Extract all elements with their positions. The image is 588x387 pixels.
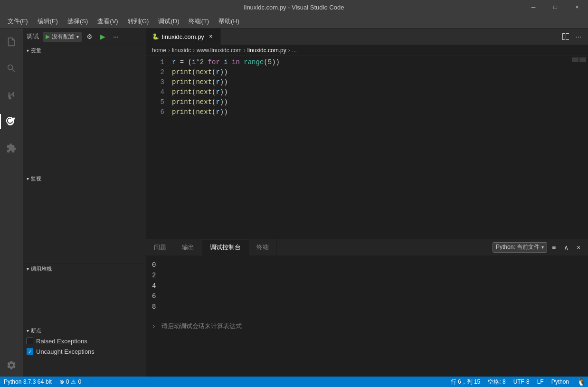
minimap-collapse[interactable] [572, 57, 579, 62]
split-editor-btn[interactable] [560, 31, 572, 42]
panel-tab-output[interactable]: 输出 [174, 239, 202, 255]
variables-header[interactable]: ▾ 变量 [23, 45, 146, 56]
callstack-header[interactable]: ▾ 调用堆栈 [23, 264, 146, 274]
debug-settings-btn[interactable]: ⚙ [84, 31, 95, 42]
language-text: Python [551, 378, 569, 385]
breakpoint-raised: Raised Exceptions [23, 336, 146, 346]
minimap-expand[interactable] [579, 57, 586, 62]
breadcrumb-sep3: › [244, 47, 246, 54]
start-debug-btn[interactable]: ▶ [97, 31, 108, 42]
breadcrumb-www[interactable]: www.linuxidc.com [197, 47, 242, 54]
spaces-text: 空格: 8 [488, 378, 505, 386]
panel-selector-label: Python: 当前文件 [496, 243, 540, 251]
activity-settings[interactable] [0, 354, 23, 377]
code-area: 1 2 3 4 5 6 r = (i*2 for i in range(5)) … [146, 56, 588, 239]
activity-source-control[interactable] [0, 84, 23, 106]
breadcrumb-ellipsis[interactable]: ... [292, 47, 297, 54]
panel-close-btn[interactable]: × [573, 242, 584, 253]
menu-help[interactable]: 帮助(H) [215, 15, 243, 28]
callstack-chevron: ▾ [27, 266, 29, 272]
warning-icon: ⚠ [71, 378, 76, 385]
watch-header[interactable]: ▾ 监视 [23, 173, 146, 184]
code-line-2: print(next(r)) [170, 67, 560, 77]
status-left: Python 3.7.3 64-bit ⊗ 0 ⚠ 0 [0, 377, 85, 387]
status-language[interactable]: Python [548, 377, 573, 387]
panel-tab-problems[interactable]: 问题 [146, 239, 174, 255]
panel-selector[interactable]: Python: 当前文件 ▾ [493, 242, 547, 253]
status-spaces[interactable]: 空格: 8 [484, 377, 509, 387]
status-encoding[interactable]: UTF-8 [510, 377, 533, 387]
menu-terminal[interactable]: 终端(T) [185, 15, 213, 28]
output-line-4: 4 [152, 281, 582, 291]
status-line-col[interactable]: 行 6，列 15 [447, 377, 484, 387]
status-line-ending[interactable]: LF [533, 377, 548, 387]
title-bar: linuxidc.com.py - Visual Studio Code ─ □… [0, 0, 588, 14]
activity-bar [0, 28, 23, 377]
raised-exceptions-checkbox[interactable] [27, 338, 33, 344]
breakpoints-section: ▾ 断点 Raised Exceptions Uncaught Exceptio… [23, 325, 146, 377]
activity-extensions[interactable] [0, 137, 23, 160]
line-num-3: 3 [146, 77, 164, 87]
activity-debug[interactable] [0, 110, 23, 133]
output-line-2: 2 [152, 270, 582, 281]
line-ending-text: LF [537, 378, 544, 385]
menu-select[interactable]: 选择(S) [64, 15, 92, 28]
activity-search[interactable] [0, 57, 23, 80]
panel-filter-btn[interactable]: ≡ [548, 242, 560, 253]
menu-goto[interactable]: 转到(G) [124, 15, 153, 28]
panel-tab-terminal[interactable]: 终端 [249, 239, 277, 255]
variables-label: 变量 [31, 47, 41, 54]
activity-files[interactable] [0, 30, 23, 53]
app-title: linuxidc.com.py - Visual Studio Code [244, 4, 344, 11]
menu-edit[interactable]: 编辑(E) [34, 15, 62, 28]
breadcrumb-file[interactable]: linuxidc.com.py [247, 47, 286, 54]
watch-chevron: ▾ [27, 176, 29, 181]
tab-close-btn[interactable]: × [207, 33, 215, 40]
code-line-3: print(next(r)) [170, 77, 560, 87]
panel-content[interactable]: 0 2 4 6 8 › 请启动调试会话来计算表达式 [146, 256, 588, 377]
breakpoints-header[interactable]: ▾ 断点 [23, 325, 146, 336]
editor-tab-active[interactable]: 🐍 linuxidc.com.py × [146, 28, 221, 45]
code-line-6: print(next(r)) [170, 107, 560, 117]
breakpoint-uncaught: Uncaught Exceptions [23, 346, 146, 357]
run-config-button[interactable]: ▶ 没有配置 ▾ [43, 32, 82, 42]
line-num-5: 5 [146, 97, 164, 107]
variables-chevron: ▾ [27, 48, 29, 53]
breadcrumb-linuxidc[interactable]: linuxidc [172, 47, 191, 54]
window-controls: ─ □ × [522, 0, 588, 14]
raised-exceptions-label: Raised Exceptions [36, 338, 87, 345]
line-num-2: 2 [146, 67, 164, 77]
minimize-button[interactable]: ─ [522, 0, 544, 14]
status-errors[interactable]: ⊗ 0 ⚠ 0 [56, 377, 85, 387]
variables-section: ▾ 变量 [23, 45, 146, 173]
run-icon: ▶ [46, 33, 50, 40]
breadcrumb: home › linuxidc › www.linuxidc.com › lin… [146, 45, 588, 56]
menu-debug[interactable]: 调试(D) [154, 15, 183, 28]
panel-tab-debug-label: 调试控制台 [210, 243, 241, 252]
uncaught-exceptions-checkbox[interactable] [27, 348, 33, 355]
more-editor-btn[interactable]: ··· [573, 31, 584, 42]
breakpoints-body: Raised Exceptions Uncaught Exceptions [23, 336, 146, 377]
line-col-text: 行 6，列 15 [451, 378, 481, 386]
code-line-5: print(next(r)) [170, 97, 560, 107]
error-icon: ⊗ [59, 378, 64, 385]
status-python[interactable]: Python 3.7.3 64-bit [0, 377, 56, 387]
code-line-1: r = (i*2 for i in range(5)) [170, 57, 560, 67]
breadcrumb-home[interactable]: home [152, 47, 166, 54]
code-editor: 🐍 linuxidc.com.py × ··· home › li [146, 28, 588, 239]
warning-count: 0 [78, 378, 81, 385]
watch-body [23, 184, 146, 263]
close-button[interactable]: × [566, 0, 588, 14]
code-content[interactable]: r = (i*2 for i in range(5)) print(next(r… [170, 56, 560, 239]
more-options-btn[interactable]: ··· [110, 31, 122, 42]
menu-file[interactable]: 文件(F) [4, 15, 32, 28]
menu-view[interactable]: 查看(V) [94, 15, 122, 28]
tab-actions: ··· [560, 28, 588, 45]
panel-tab-output-label: 输出 [182, 243, 194, 252]
minimap [560, 56, 588, 239]
maximize-button[interactable]: □ [544, 0, 566, 14]
panel-collapse-btn[interactable]: ∧ [560, 242, 572, 253]
breadcrumb-sep4: › [288, 47, 290, 54]
encoding-text: UTF-8 [513, 378, 530, 385]
panel-tab-debug-console[interactable]: 调试控制台 [202, 239, 249, 255]
